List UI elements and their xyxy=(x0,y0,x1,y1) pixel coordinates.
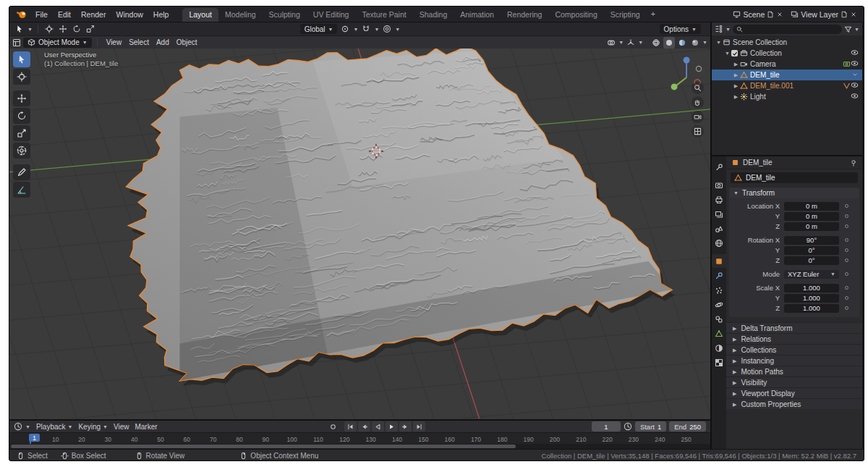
close-icon[interactable] xyxy=(850,11,857,18)
section-delta-transform[interactable]: ▶Delta Transform xyxy=(726,322,862,333)
transform-panel-header[interactable]: ▼ Transform xyxy=(729,188,859,198)
tool-measure-button[interactable] xyxy=(13,182,30,198)
object-name-field[interactable]: DEM_tile xyxy=(731,172,858,183)
transform-value-field[interactable]: 1.000 xyxy=(784,304,839,313)
options-dropdown[interactable]: Options▼ xyxy=(660,24,701,34)
outliner-row-dem-tile-001[interactable]: ▶DEM_tile.001 xyxy=(712,80,862,91)
transform-value-field[interactable]: 0 m xyxy=(784,212,839,221)
outliner-row-scene-collection[interactable]: ▼Scene Collection xyxy=(712,37,862,48)
transform-value-field[interactable]: 0 m xyxy=(784,202,839,211)
editor-grid-icon[interactable] xyxy=(12,38,21,47)
outliner-row-camera[interactable]: ▶Camera xyxy=(712,59,862,70)
tool-annotate-button[interactable] xyxy=(13,164,30,180)
expander-right-icon[interactable]: ▶ xyxy=(732,62,740,67)
viewport-menu-select[interactable]: Select xyxy=(125,38,153,46)
sphere-wire-button[interactable] xyxy=(650,37,662,49)
transform-value-field[interactable]: 0 m xyxy=(784,222,839,231)
scene-selector[interactable]: Scene xyxy=(731,10,786,19)
sphere-solid-button[interactable] xyxy=(663,37,675,49)
visibility-eye-toggle[interactable] xyxy=(851,81,859,91)
expander-right-icon[interactable]: ▶ xyxy=(732,83,740,89)
animate-decorator-icon[interactable] xyxy=(842,204,851,208)
workspace-tab-uv-editing[interactable]: UV Editing xyxy=(307,8,356,22)
playhead[interactable]: 1 xyxy=(29,434,40,445)
viewport-menu-view[interactable]: View xyxy=(103,38,126,46)
workspace-tab-layout[interactable]: Layout xyxy=(182,8,218,22)
hand-button[interactable] xyxy=(692,96,704,109)
transform-value-field[interactable]: 0° xyxy=(784,256,839,265)
sphere-material-button[interactable] xyxy=(676,37,688,49)
properties-tab-particles[interactable] xyxy=(712,283,726,297)
expander-down-icon[interactable]: ▼ xyxy=(715,40,723,45)
animate-decorator-icon[interactable] xyxy=(842,286,851,290)
section-visibility[interactable]: ▶Visibility xyxy=(726,376,862,387)
timeline-menu-keying[interactable]: Keying▼ xyxy=(75,423,111,431)
cursor-button[interactable] xyxy=(43,23,55,35)
menu-edit[interactable]: Edit xyxy=(53,7,76,22)
sphere-render-button[interactable] xyxy=(689,37,701,49)
animate-decorator-icon[interactable] xyxy=(842,248,851,252)
section-instancing[interactable]: ▶Instancing xyxy=(726,355,862,366)
animate-decorator-icon[interactable] xyxy=(842,258,851,262)
move-button[interactable] xyxy=(57,23,69,35)
outliner-row-dem-tile[interactable]: ▶DEM_tile xyxy=(712,70,862,80)
close-icon[interactable] xyxy=(776,11,783,18)
select-box-button[interactable] xyxy=(14,23,25,35)
properties-tab-object[interactable] xyxy=(712,254,726,268)
workspace-tab-compositing[interactable]: Compositing xyxy=(548,8,603,22)
workspace-tab-sculpting[interactable]: Sculpting xyxy=(263,8,307,22)
next-key-button[interactable] xyxy=(399,421,412,432)
transform-value-field[interactable]: 90° xyxy=(784,236,839,245)
section-viewport-display[interactable]: ▶Viewport Display xyxy=(726,387,862,398)
workspace-tab-animation[interactable]: Animation xyxy=(454,8,501,22)
section-relations[interactable]: ▶Relations xyxy=(726,333,862,344)
properties-tab-render[interactable] xyxy=(712,178,726,192)
properties-tab-output[interactable] xyxy=(712,193,726,206)
gizmo-dot-button[interactable] xyxy=(625,37,637,49)
properties-tab-material[interactable] xyxy=(712,341,726,355)
play-button[interactable] xyxy=(386,421,398,432)
animate-decorator-icon[interactable] xyxy=(842,306,851,310)
blender-logo-icon[interactable] xyxy=(17,9,27,20)
snap-magnet-button[interactable] xyxy=(360,23,372,35)
scale-button[interactable] xyxy=(85,23,96,35)
tool-move-button[interactable] xyxy=(13,91,30,106)
current-frame-field[interactable]: 1 xyxy=(592,421,621,432)
properties-tab-modifiers[interactable] xyxy=(712,269,726,282)
animate-decorator-icon[interactable] xyxy=(842,296,851,300)
transform-value-field[interactable]: 1.000 xyxy=(784,284,839,293)
workspace-tab-modeling[interactable]: Modeling xyxy=(218,8,263,22)
section-custom-properties[interactable]: ▶Custom Properties xyxy=(726,398,862,409)
properties-tab-texture[interactable] xyxy=(712,355,726,369)
view-layer-selector[interactable]: View Layer xyxy=(788,10,859,19)
animate-decorator-icon[interactable] xyxy=(842,214,851,218)
menu-file[interactable]: File xyxy=(30,7,53,22)
transform-value-field[interactable]: 1.000 xyxy=(784,294,839,303)
menu-render[interactable]: Render xyxy=(76,7,111,22)
prev-key-button[interactable] xyxy=(358,421,370,432)
funnel-icon[interactable] xyxy=(844,25,852,33)
tool-transform-button[interactable] xyxy=(13,143,30,159)
properties-tab-object-data[interactable] xyxy=(712,327,726,340)
properties-tab-world[interactable] xyxy=(712,236,726,250)
viewport-menu-add[interactable]: Add xyxy=(153,38,173,46)
clock-icon[interactable] xyxy=(14,422,22,431)
properties-tab-scene[interactable] xyxy=(712,222,726,235)
workspace-tab-scripting[interactable]: Scripting xyxy=(604,8,647,22)
properties-tab-tool[interactable] xyxy=(712,160,726,174)
outliner-editor-icon[interactable] xyxy=(715,25,723,33)
pin-icon[interactable] xyxy=(850,159,857,167)
visibility-eye-toggle[interactable] xyxy=(851,59,859,69)
orientation-dropdown[interactable]: Global▼ xyxy=(300,24,338,34)
grid-button[interactable] xyxy=(692,125,704,138)
visibility-eye-toggle[interactable] xyxy=(851,49,859,58)
menu-help[interactable]: Help xyxy=(148,7,174,22)
properties-tab-constraints[interactable] xyxy=(712,312,726,326)
timeline-menu-playback[interactable]: Playback▼ xyxy=(33,423,76,431)
page-icon[interactable] xyxy=(841,11,848,18)
menu-window[interactable]: Window xyxy=(111,7,148,22)
jump-start-button[interactable] xyxy=(344,421,357,432)
visibility-eye-toggle[interactable] xyxy=(851,92,859,101)
tool-scale-button[interactable] xyxy=(13,125,30,141)
tool-cursor-button[interactable] xyxy=(13,69,30,85)
